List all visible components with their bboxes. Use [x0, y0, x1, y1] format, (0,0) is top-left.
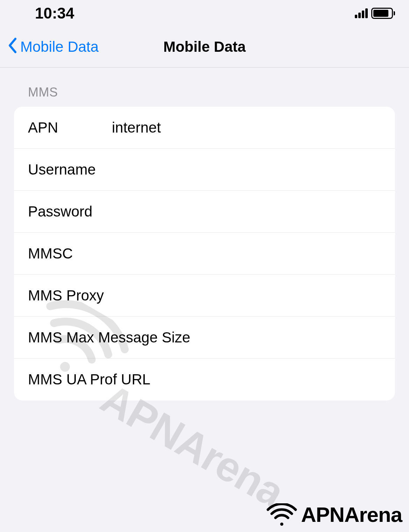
status-bar: 10:34 — [0, 0, 409, 26]
username-label: Username — [28, 161, 112, 178]
status-time: 10:34 — [35, 5, 74, 22]
mms-settings-group: APN Username Password MMSC MMS Proxy MMS… — [14, 107, 395, 400]
username-row[interactable]: Username — [14, 149, 395, 191]
mms-ua-prof-row[interactable]: MMS UA Prof URL — [14, 359, 395, 400]
apn-row[interactable]: APN — [14, 107, 395, 149]
mms-ua-prof-input[interactable] — [150, 371, 381, 388]
apn-input[interactable] — [112, 119, 381, 136]
password-label: Password — [28, 203, 112, 220]
cellular-signal-icon — [355, 8, 368, 18]
back-button[interactable]: Mobile Data — [7, 37, 99, 56]
mms-max-size-label: MMS Max Message Size — [28, 329, 190, 346]
password-input[interactable] — [112, 203, 381, 220]
brand-footer: APNArena — [266, 503, 402, 527]
navigation-bar: Mobile Data Mobile Data — [0, 26, 409, 68]
mmsc-label: MMSC — [28, 245, 112, 262]
brand-name: APNArena — [301, 503, 402, 527]
mmsc-row[interactable]: MMSC — [14, 233, 395, 275]
battery-icon — [371, 8, 395, 19]
mms-proxy-label: MMS Proxy — [28, 287, 104, 304]
mms-max-size-row[interactable]: MMS Max Message Size — [14, 317, 395, 359]
username-input[interactable] — [112, 161, 381, 178]
mms-proxy-input[interactable] — [104, 287, 381, 304]
chevron-left-icon — [7, 37, 17, 56]
mms-proxy-row[interactable]: MMS Proxy — [14, 275, 395, 317]
status-indicators — [355, 8, 395, 19]
mms-ua-prof-label: MMS UA Prof URL — [28, 371, 150, 388]
back-label: Mobile Data — [20, 38, 99, 55]
section-header-mms: MMS — [14, 85, 395, 107]
mmsc-input[interactable] — [112, 245, 381, 262]
apn-label: APN — [28, 119, 112, 136]
mms-max-size-input[interactable] — [190, 329, 381, 346]
page-title: Mobile Data — [163, 38, 246, 55]
password-row[interactable]: Password — [14, 191, 395, 233]
wifi-icon — [266, 503, 297, 526]
